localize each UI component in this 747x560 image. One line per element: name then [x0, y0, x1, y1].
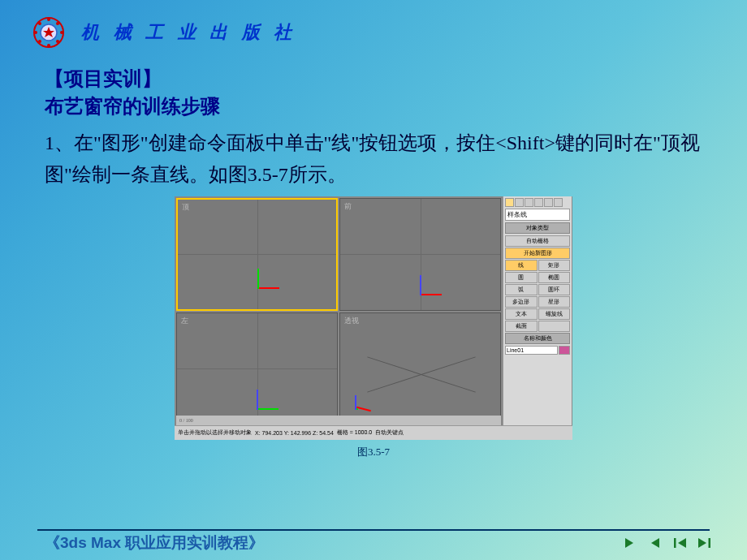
slide-content: 【项目实训】 布艺窗帘的训练步骤 1、在"图形"创建命令面板中单击"线"按钮选项… — [0, 57, 747, 459]
nav-first-button[interactable] — [671, 535, 690, 551]
arc-button[interactable]: 弧 — [505, 284, 538, 295]
axis-x-icon — [356, 407, 371, 412]
publisher-logo-icon — [32, 16, 65, 49]
rollout-name-color[interactable]: 名称和颜色 — [505, 333, 570, 344]
svg-point-6 — [38, 40, 41, 43]
svg-point-5 — [47, 44, 50, 47]
circle-button[interactable]: 圆 — [505, 272, 538, 283]
status-hint: 单击并拖动以选择并移动对象 — [178, 429, 252, 437]
title-line-1: 【项目实训】 — [45, 65, 702, 93]
viewport-perspective[interactable]: 透视 — [339, 312, 501, 425]
viewport-left[interactable]: 左 — [176, 312, 338, 425]
status-coords: X: 794.203 Y: 142.996 Z: 54.54 — [255, 430, 334, 436]
rollout-object-type[interactable]: 对象类型 — [505, 222, 570, 234]
start-new-shape-check[interactable]: 开始新图形 — [505, 248, 570, 259]
figure-container: 顶 前 左 透视 — [45, 196, 702, 459]
hierarchy-tab-icon[interactable] — [525, 198, 533, 207]
footer-text: 《3ds Max 职业应用实训教程》 — [45, 532, 264, 554]
modify-tab-icon[interactable] — [515, 198, 524, 207]
axis-z-icon — [420, 275, 421, 295]
slide-footer: 《3ds Max 职业应用实训教程》 — [0, 529, 747, 560]
axis-y-icon — [258, 408, 279, 410]
nav-buttons — [622, 535, 715, 551]
autogrid-checkbox[interactable]: 自动栅格 — [505, 235, 570, 247]
viewport-label: 透视 — [344, 316, 359, 326]
back-icon — [647, 536, 665, 550]
axis-y-icon — [257, 269, 259, 289]
motion-tab-icon[interactable] — [534, 198, 543, 207]
display-tab-icon[interactable] — [544, 198, 553, 207]
object-name-input[interactable]: Line01 — [505, 346, 558, 355]
viewport-label: 顶 — [182, 202, 189, 213]
axis-x-icon — [259, 287, 279, 289]
figure-caption: 图3.5-7 — [357, 445, 390, 459]
timeline-value: 0 / 100 — [179, 418, 193, 423]
timeline-slider[interactable]: 0 / 100 — [176, 416, 501, 425]
empty-button — [538, 321, 571, 332]
status-grid: 栅格 = 1000.0 — [337, 429, 372, 437]
object-color-swatch[interactable] — [559, 346, 570, 355]
axis-z-icon — [257, 390, 258, 410]
viewport-label: 前 — [344, 201, 352, 212]
panel-tabs — [505, 198, 570, 207]
skip-back-icon — [671, 536, 689, 550]
star-button[interactable]: 星形 — [538, 296, 571, 308]
title-line-2: 布艺窗帘的训练步骤 — [45, 93, 702, 120]
viewport-front[interactable]: 前 — [339, 198, 501, 311]
category-dropdown[interactable]: 样条线 — [505, 209, 570, 221]
slide-header: 机 械 工 业 出 版 社 — [0, 0, 747, 57]
viewport-label: 左 — [181, 316, 188, 326]
app-screenshot: 顶 前 左 透视 — [175, 196, 572, 440]
viewport-top[interactable]: 顶 — [176, 198, 338, 311]
text-button[interactable]: 文本 — [505, 308, 538, 320]
viewports-grid: 顶 前 左 透视 — [176, 198, 501, 425]
section-button[interactable]: 截面 — [505, 321, 538, 332]
status-bar: 单击并拖动以选择并移动对象 X: 794.203 Y: 142.996 Z: 5… — [175, 425, 572, 440]
svg-point-7 — [34, 31, 37, 34]
ellipse-button[interactable]: 椭圆 — [538, 272, 571, 283]
axis-z-icon — [355, 395, 356, 410]
perspective-grid-icon — [365, 346, 478, 403]
ngon-button[interactable]: 多边形 — [505, 296, 538, 308]
title-block: 【项目实训】 布艺窗帘的训练步骤 — [45, 65, 702, 119]
axis-y-icon — [356, 408, 358, 410]
rectangle-button[interactable]: 矩形 — [538, 260, 571, 271]
svg-point-3 — [60, 31, 63, 34]
skip-forward-icon — [696, 536, 714, 550]
body-text: 1、在"图形"创建命令面板中单击"线"按钮选项，按住<Shift>键的同时在"顶… — [45, 127, 702, 190]
svg-point-8 — [38, 22, 41, 25]
auto-key-button[interactable]: 自动关键点 — [375, 429, 404, 437]
svg-rect-10 — [674, 538, 676, 548]
axis-x-icon — [421, 294, 442, 295]
create-tab-icon[interactable] — [505, 198, 514, 207]
svg-point-1 — [47, 18, 50, 21]
donut-button[interactable]: 圆环 — [538, 284, 571, 295]
svg-point-4 — [56, 40, 59, 43]
footer-divider — [37, 529, 710, 531]
svg-point-2 — [56, 22, 59, 25]
line-button[interactable]: 线 — [505, 260, 538, 271]
svg-rect-11 — [709, 538, 711, 548]
nav-last-button[interactable] — [695, 535, 715, 551]
nav-prev-button[interactable] — [646, 535, 666, 551]
nav-next-button[interactable] — [622, 535, 641, 551]
forward-icon — [623, 536, 641, 550]
helix-button[interactable]: 螺旋线 — [538, 308, 571, 320]
publisher-name: 机 械 工 业 出 版 社 — [81, 20, 296, 45]
command-panel: 样条线 对象类型 自动栅格 开始新图形 线矩形 圆椭圆 弧圆环 多边形星形 文本… — [503, 196, 572, 440]
utilities-tab-icon[interactable] — [554, 198, 563, 207]
